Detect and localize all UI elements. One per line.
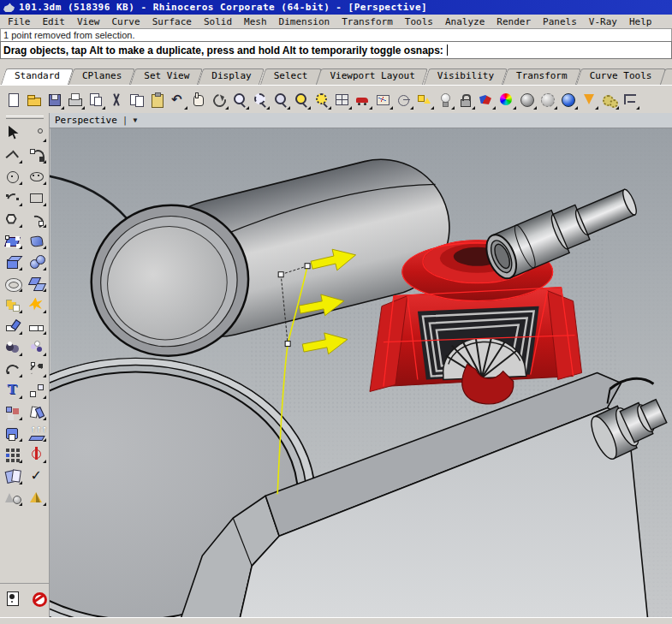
viewport-title[interactable]: Perspective <box>55 115 117 126</box>
tab-viewport-layout[interactable]: Viewport Layout <box>318 68 425 85</box>
circle-button[interactable] <box>2 164 23 186</box>
tab-cplanes[interactable]: CPlanes <box>71 68 133 85</box>
lock-button[interactable] <box>455 88 476 110</box>
menu-mesh[interactable]: Mesh <box>238 16 273 27</box>
boolean-diff-button[interactable] <box>2 336 23 357</box>
srf-points-button[interactable] <box>2 229 23 250</box>
history-record-button[interactable] <box>2 587 23 609</box>
set-cplane-button[interactable] <box>394 88 414 110</box>
menu-panels[interactable]: Panels <box>537 16 583 27</box>
tab-standard[interactable]: Standard <box>3 68 71 85</box>
select-button[interactable] <box>2 122 23 143</box>
viewport-menu-arrow-icon[interactable]: ▼ <box>133 116 137 124</box>
point-button[interactable] <box>26 122 47 143</box>
array-button[interactable] <box>2 443 23 464</box>
viewport-3d-scene[interactable] <box>50 128 672 617</box>
menu-view[interactable]: View <box>71 16 106 27</box>
polygon-button[interactable] <box>2 207 23 229</box>
menu-edit[interactable]: Edit <box>37 16 72 27</box>
named-views-button[interactable] <box>353 88 373 110</box>
viewport-title-bar[interactable]: Perspective | ▼ <box>50 113 672 128</box>
menu-surface[interactable]: Surface <box>146 16 198 27</box>
print-button[interactable] <box>65 88 86 110</box>
menu-analyze[interactable]: Analyze <box>439 16 491 27</box>
rectangle-button[interactable] <box>26 186 47 207</box>
curve-interp-button[interactable] <box>26 143 47 164</box>
new-file-button[interactable] <box>3 88 24 110</box>
box-button[interactable] <box>2 250 23 271</box>
menu-curve[interactable]: Curve <box>106 16 146 27</box>
fillet-edge-button[interactable] <box>2 314 23 336</box>
tab-set-view[interactable]: Set View <box>133 68 200 85</box>
menu-dimension[interactable]: Dimension <box>273 16 336 27</box>
explode-button[interactable] <box>26 293 47 314</box>
srf-patch-button[interactable] <box>26 229 47 250</box>
vray-button[interactable] <box>579 88 599 110</box>
osnap-button[interactable] <box>414 88 435 110</box>
copy-button[interactable] <box>127 88 147 110</box>
arc-button[interactable] <box>2 186 23 207</box>
blocks-button[interactable] <box>2 400 23 421</box>
tab-select[interactable]: Select <box>263 68 319 85</box>
tab-visibility[interactable]: Visibility <box>426 68 505 85</box>
menu-tools[interactable]: Tools <box>399 16 439 27</box>
open-file-button[interactable] <box>24 88 45 110</box>
pan-button[interactable] <box>188 88 209 110</box>
srf-tools-button[interactable] <box>26 271 47 293</box>
cplane-map-button[interactable] <box>373 88 394 110</box>
menu-file[interactable]: File <box>2 16 37 27</box>
section-button[interactable] <box>26 443 47 464</box>
zoom-back-button[interactable] <box>312 88 332 110</box>
zoom-window-button[interactable] <box>250 88 271 110</box>
shaded-display-button[interactable] <box>517 88 538 110</box>
color-wheel-button[interactable] <box>497 88 517 110</box>
extrude-button[interactable] <box>26 421 47 443</box>
curve-handle-button[interactable] <box>26 207 47 229</box>
pyramid-button[interactable] <box>26 485 47 507</box>
sidebar-grip[interactable] <box>6 116 44 119</box>
chamfer-button[interactable] <box>26 314 47 336</box>
menu-transform[interactable]: Transform <box>336 16 399 27</box>
puzzle-join-button[interactable] <box>2 293 23 314</box>
cut-button[interactable] <box>106 88 127 110</box>
tab-surface-tools[interactable]: Surface Tools <box>663 68 672 85</box>
gumball-button[interactable] <box>2 421 23 443</box>
options-button[interactable] <box>599 88 620 110</box>
zoom-dynamic-button[interactable] <box>229 88 250 110</box>
copy-file-button[interactable] <box>86 88 106 110</box>
dimension-button[interactable] <box>620 88 640 110</box>
menu-render[interactable]: Render <box>491 16 537 27</box>
tab-display[interactable]: Display <box>200 68 262 85</box>
menu-help[interactable]: Help <box>623 16 658 27</box>
polyline-button[interactable] <box>2 143 23 164</box>
undo-button[interactable] <box>168 88 188 110</box>
save-button[interactable] <box>45 88 65 110</box>
command-prompt[interactable]: Drag objects, tap Alt to make a duplicat… <box>0 41 672 59</box>
osnap-disabled-button[interactable] <box>28 587 50 609</box>
check-select-button[interactable] <box>26 464 47 485</box>
rotate-view-button[interactable] <box>209 88 229 110</box>
menu-v-ray[interactable]: V-Ray <box>583 16 623 27</box>
text-button[interactable] <box>2 378 23 400</box>
analyze-direction-button[interactable] <box>476 88 497 110</box>
layer-light-button[interactable] <box>435 88 455 110</box>
menu-solid[interactable]: Solid <box>198 16 238 27</box>
cone-sphere-button[interactable] <box>2 485 23 507</box>
spheres-button[interactable] <box>26 250 47 271</box>
tab-curve-tools[interactable]: Curve Tools <box>579 68 663 85</box>
tab-transform[interactable]: Transform <box>505 68 579 85</box>
rendered-display-button[interactable] <box>558 88 579 110</box>
zoom-selected-button[interactable] <box>291 88 312 110</box>
point-cloud-button[interactable] <box>26 336 47 357</box>
zoom-extents-button[interactable] <box>271 88 291 110</box>
torus-button[interactable] <box>2 271 23 293</box>
move-point-button[interactable] <box>26 378 47 400</box>
rebuild-curve-button[interactable] <box>2 357 23 378</box>
paste-button[interactable] <box>147 88 168 110</box>
refit-curve-button[interactable] <box>26 357 47 378</box>
organize-button[interactable] <box>2 464 23 485</box>
trim-button[interactable] <box>26 400 47 421</box>
four-views-button[interactable] <box>332 88 353 110</box>
title-bar[interactable]: 101.3dm (518396 KB) - Rhinoceros Corpora… <box>0 0 672 15</box>
ellipse-button[interactable] <box>26 164 47 186</box>
